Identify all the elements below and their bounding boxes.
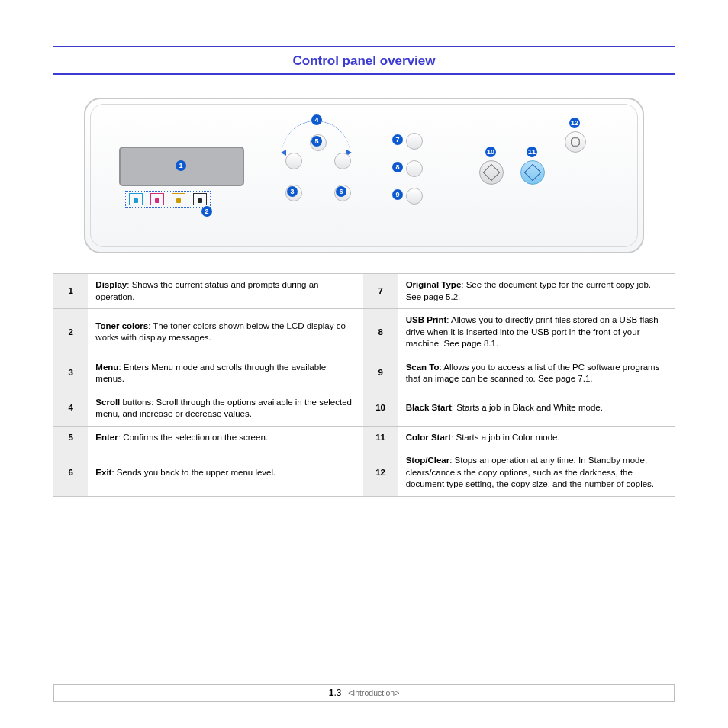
scroll-right-button[interactable] xyxy=(334,153,351,169)
callout-10: 10 xyxy=(485,147,496,157)
callout-9: 9 xyxy=(392,189,403,200)
callout-3: 3 xyxy=(287,186,298,197)
footer-section: <Introduction> xyxy=(348,688,399,697)
callout-6: 6 xyxy=(336,186,346,197)
callout-7: 7 xyxy=(392,134,403,145)
usb-print-button[interactable] xyxy=(406,160,423,177)
page-footer: 1.3 <Introduction> xyxy=(53,684,675,702)
toner-cyan-icon xyxy=(129,193,143,205)
callout-8: 8 xyxy=(392,162,403,172)
stop-clear-button[interactable] xyxy=(565,131,586,153)
toner-color-row xyxy=(125,191,211,208)
title-underline xyxy=(53,73,675,75)
row-num: 1 xyxy=(53,274,88,309)
callout-2: 2 xyxy=(201,206,212,217)
scan-to-button[interactable] xyxy=(406,188,423,205)
callout-5: 5 xyxy=(311,136,322,147)
scroll-left-button[interactable] xyxy=(285,153,302,169)
row-num: 7 xyxy=(363,274,398,309)
row-text: Display: Shows the current status and pr… xyxy=(88,274,362,309)
page-title: Control panel overview xyxy=(53,47,675,73)
toner-black-icon xyxy=(193,193,207,205)
original-type-button[interactable] xyxy=(406,133,423,150)
svg-marker-0 xyxy=(572,138,580,147)
color-start-button[interactable] xyxy=(520,160,545,185)
callout-11: 11 xyxy=(527,147,537,157)
toner-magenta-icon xyxy=(150,193,164,205)
description-table: 1 Display: Shows the current status and … xyxy=(53,273,675,497)
stop-icon xyxy=(570,137,581,147)
toner-yellow-icon xyxy=(172,193,185,205)
control-panel-illustration: 1 2 4 xyxy=(84,98,644,253)
row-text: Original Type: See the document type for… xyxy=(398,274,675,309)
callout-12: 12 xyxy=(569,118,580,128)
black-start-button[interactable] xyxy=(479,160,504,185)
callout-4: 4 xyxy=(311,114,322,125)
callout-1: 1 xyxy=(176,160,186,171)
